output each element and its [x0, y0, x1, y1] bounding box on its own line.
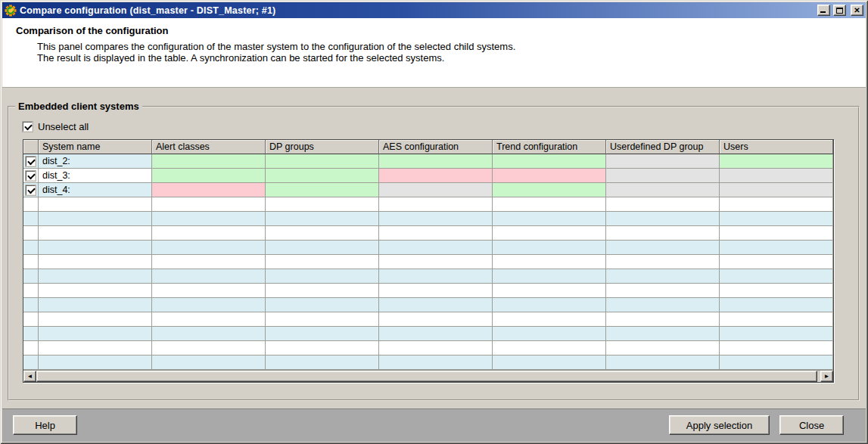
empty-cell: [379, 255, 493, 269]
description-line-2: The result is displayed in the table. A …: [16, 52, 866, 64]
empty-cell: [152, 327, 266, 341]
close-dialog-button[interactable]: Close: [779, 415, 844, 435]
column-header-users: Users: [720, 140, 833, 154]
empty-cell: [493, 327, 606, 341]
minimize-button[interactable]: [817, 5, 830, 16]
scroll-right-button[interactable]: ►: [820, 371, 833, 382]
row-checkbox-cell[interactable]: [23, 154, 39, 169]
column-header-system-name: System name: [39, 140, 152, 154]
system-name-cell[interactable]: dist_3:: [39, 169, 152, 183]
status-cell-green[interactable]: [266, 169, 379, 183]
table-row-dist_2[interactable]: dist_2:: [23, 154, 833, 169]
status-cell-gray[interactable]: [379, 183, 493, 197]
apply-selection-button[interactable]: Apply selection: [669, 415, 770, 435]
status-cell-gray[interactable]: [720, 169, 833, 183]
row-checkbox-cell: [23, 312, 39, 327]
empty-cell: [152, 226, 266, 241]
empty-cell: [379, 298, 493, 312]
empty-cell: [606, 298, 720, 312]
status-cell-green[interactable]: [152, 169, 266, 183]
close-button[interactable]: ✕: [851, 5, 863, 16]
empty-cell: [266, 212, 379, 226]
empty-cell: [720, 298, 833, 312]
unselect-all-checkbox[interactable]: [23, 122, 33, 132]
minimize-icon: [820, 11, 826, 13]
system-name-cell: [39, 356, 152, 370]
status-cell-gray[interactable]: [606, 183, 720, 197]
table-row-empty: [23, 226, 833, 241]
status-cell-green[interactable]: [266, 183, 379, 197]
empty-cell: [152, 341, 266, 356]
empty-cell: [379, 356, 493, 370]
status-cell-green[interactable]: [493, 154, 606, 169]
table-row-empty: [23, 212, 833, 226]
table-row-empty: [23, 356, 833, 370]
empty-cell: [379, 284, 493, 298]
table-row-dist_4[interactable]: dist_4:: [23, 183, 833, 197]
system-name-cell: [39, 255, 152, 269]
empty-cell: [266, 284, 379, 298]
empty-cell: [152, 241, 266, 255]
scroll-left-button[interactable]: ◄: [23, 371, 36, 382]
row-checkbox-cell: [23, 298, 39, 312]
empty-cell: [606, 241, 720, 255]
row-checkbox[interactable]: [26, 185, 36, 195]
header-checkbox-column: [23, 140, 39, 154]
status-cell-gray[interactable]: [720, 183, 833, 197]
status-cell-green[interactable]: [379, 154, 493, 169]
system-name-cell[interactable]: dist_2:: [39, 154, 152, 169]
row-checkbox-cell[interactable]: [23, 183, 39, 197]
unselect-all-control[interactable]: Unselect all: [23, 121, 89, 132]
column-header-trend-configuration: Trend configuration: [493, 140, 606, 154]
empty-cell: [266, 226, 379, 241]
title-bar: Compare configuration (dist_master - DIS…: [2, 2, 866, 18]
empty-cell: [493, 226, 606, 241]
empty-cell: [152, 269, 266, 284]
comparison-table: System nameAlert classesDP groupsAES con…: [23, 139, 834, 383]
system-name-cell: [39, 212, 152, 226]
system-name-cell: [39, 269, 152, 284]
empty-cell: [266, 269, 379, 284]
status-cell-green[interactable]: [266, 154, 379, 169]
row-checkbox[interactable]: [26, 157, 36, 166]
row-checkbox-cell: [23, 327, 39, 341]
status-cell-red[interactable]: [379, 169, 493, 183]
status-cell-green[interactable]: [152, 154, 266, 169]
empty-cell: [720, 212, 833, 226]
empty-cell: [152, 284, 266, 298]
table-row-empty: [23, 269, 833, 284]
status-cell-green[interactable]: [493, 183, 606, 197]
empty-cell: [606, 312, 720, 327]
maximize-button[interactable]: [833, 5, 846, 16]
description-line-1: This panel compares the configuration of…: [16, 41, 866, 52]
system-name-cell[interactable]: dist_4:: [39, 183, 152, 197]
row-checkbox-cell: [23, 341, 39, 356]
empty-cell: [493, 197, 606, 212]
gear-icon: [5, 5, 17, 17]
row-checkbox-cell[interactable]: [23, 169, 39, 183]
close-icon: ✕: [854, 7, 860, 14]
column-header-alert-classes: Alert classes: [152, 140, 266, 154]
status-cell-red[interactable]: [493, 169, 606, 183]
empty-cell: [493, 298, 606, 312]
system-name-cell: [39, 241, 152, 255]
group-label: Embedded client systems: [15, 101, 142, 112]
row-checkbox[interactable]: [26, 171, 36, 181]
empty-cell: [266, 341, 379, 356]
table-row-empty: [23, 197, 833, 212]
status-cell-gray[interactable]: [606, 169, 720, 183]
empty-cell: [720, 284, 833, 298]
table-row-dist_3[interactable]: dist_3:: [23, 169, 833, 183]
system-name-cell: [39, 327, 152, 341]
scrollbar-thumb[interactable]: [36, 371, 817, 382]
system-name-cell: [39, 312, 152, 327]
status-cell-gray[interactable]: [606, 154, 720, 169]
status-cell-green[interactable]: [720, 154, 833, 169]
help-button[interactable]: Help: [13, 415, 77, 435]
compare-configuration-window: Compare configuration (dist_master - DIS…: [0, 0, 868, 444]
row-checkbox-cell: [23, 197, 39, 212]
empty-cell: [606, 255, 720, 269]
table-header-row: System nameAlert classesDP groupsAES con…: [23, 140, 833, 154]
empty-cell: [493, 312, 606, 327]
status-cell-red[interactable]: [152, 183, 266, 197]
